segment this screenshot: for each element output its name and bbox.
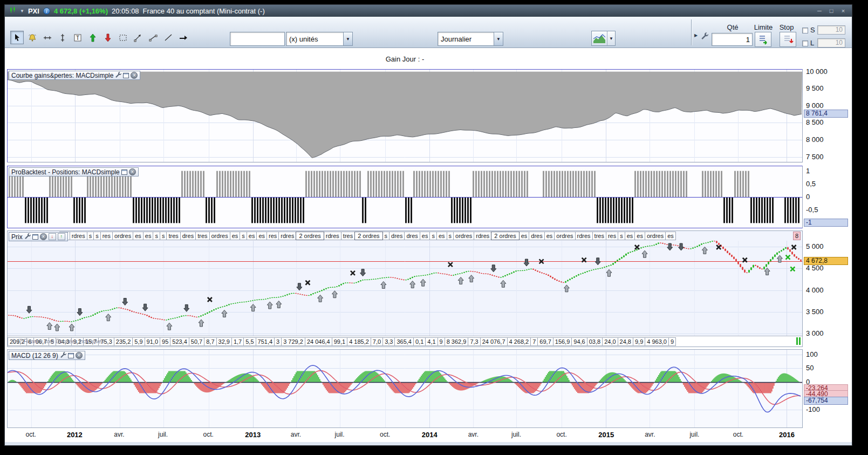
x-axis[interactable]: oct.2012avr.juil.oct.2013avr.juil.oct.20…: [7, 429, 803, 442]
line-tool[interactable]: [161, 31, 175, 44]
unit-dropdown[interactable]: (x) unités ▼: [286, 32, 353, 46]
chart-style-button[interactable]: ▼: [591, 31, 616, 46]
info-icon[interactable]: i: [43, 8, 50, 15]
stop-s-checkbox[interactable]: [802, 28, 808, 33]
instrument-dropdown-icon[interactable]: ▼: [20, 9, 24, 13]
order-label[interactable]: s: [93, 232, 101, 240]
close-panel-icon[interactable]: ×: [131, 72, 138, 79]
order-label[interactable]: es: [143, 232, 154, 240]
order-label[interactable]: s: [160, 232, 167, 240]
order-label[interactable]: es: [544, 232, 555, 240]
order-label[interactable]: rdres: [70, 232, 87, 240]
order-label[interactable]: s: [382, 232, 390, 240]
chevron-down-icon[interactable]: ▼: [607, 31, 615, 45]
close-panel-icon[interactable]: ×: [129, 168, 136, 175]
collapse-panel-icon[interactable]: ▶: [694, 33, 698, 38]
buy-arrow-tool[interactable]: [86, 31, 99, 44]
text-tool[interactable]: T: [71, 31, 84, 44]
macd-chart-canvas[interactable]: [8, 350, 802, 427]
zone-select-tool[interactable]: [116, 31, 129, 44]
order-label[interactable]: ordres: [112, 232, 133, 240]
sell-arrow-tool[interactable]: [101, 31, 114, 44]
y-axis-tick: 8 500: [806, 118, 824, 126]
order-label[interactable]: 8: [793, 232, 801, 240]
maximize-panel-icon[interactable]: [123, 73, 129, 78]
stop-l-checkbox[interactable]: [802, 40, 808, 46]
close-button[interactable]: ×: [839, 8, 848, 14]
wrench-icon[interactable]: [60, 351, 66, 359]
order-label[interactable]: tres: [195, 232, 209, 240]
order-label[interactable]: dres: [529, 232, 544, 240]
wrench-icon[interactable]: [24, 233, 31, 241]
order-label[interactable]: 2 ordres: [491, 232, 519, 240]
maximize-panel-icon[interactable]: [32, 234, 38, 240]
order-label[interactable]: es: [625, 232, 635, 240]
minimize-button[interactable]: ─: [815, 8, 824, 14]
order-label[interactable]: s: [429, 232, 437, 240]
order-settings-wrench-icon[interactable]: [701, 32, 708, 42]
order-label[interactable]: 2 ordres: [296, 232, 324, 240]
buy-shortcut-icon[interactable]: ↑: [58, 233, 65, 240]
order-label[interactable]: tres: [592, 232, 606, 240]
close-panel-icon[interactable]: ×: [40, 233, 47, 240]
order-label[interactable]: tres: [166, 232, 180, 240]
order-label[interactable]: s: [447, 232, 454, 240]
l-value-field[interactable]: 10: [817, 38, 845, 47]
order-label[interactable]: rdres: [324, 232, 341, 240]
maximize-panel-icon[interactable]: [121, 169, 127, 175]
order-label[interactable]: dres: [389, 232, 405, 240]
chevron-down-icon[interactable]: ▼: [494, 32, 503, 45]
order-label[interactable]: es: [519, 232, 530, 240]
order-label[interactable]: res: [266, 232, 279, 240]
x-axis-label: oct.: [203, 431, 214, 438]
order-label[interactable]: s: [87, 232, 94, 240]
cursor-tool[interactable]: [10, 31, 24, 44]
alarm-tool[interactable]: [25, 31, 39, 44]
price-chart-canvas[interactable]: [8, 241, 802, 336]
order-label[interactable]: es: [436, 232, 447, 240]
horizontal-alert-tool[interactable]: [40, 31, 54, 44]
sell-shortcut-icon[interactable]: ↓: [49, 233, 56, 240]
segment-tool[interactable]: [146, 31, 160, 44]
order-label[interactable]: ordres: [209, 232, 230, 240]
order-label[interactable]: s: [153, 232, 160, 240]
order-label[interactable]: ordres: [645, 232, 666, 240]
order-label[interactable]: es: [230, 232, 241, 240]
maximize-panel-icon[interactable]: [68, 353, 74, 358]
order-label[interactable]: s: [618, 232, 625, 240]
limit-order-button[interactable]: [755, 32, 771, 47]
s-value-field[interactable]: 10: [817, 25, 845, 35]
order-label[interactable]: dres: [180, 232, 196, 240]
order-label[interactable]: es: [665, 232, 676, 240]
order-label[interactable]: dres: [404, 232, 420, 240]
wrench-icon[interactable]: [115, 71, 121, 79]
y-axis-tick: 1: [806, 167, 810, 175]
order-label[interactable]: es: [247, 232, 257, 240]
chevron-down-icon[interactable]: ▼: [343, 32, 352, 45]
stop-order-button[interactable]: [780, 32, 796, 47]
order-price-label: 3: [274, 337, 282, 346]
order-label[interactable]: ordres: [453, 232, 474, 240]
order-label[interactable]: es: [420, 232, 430, 240]
trend-arrow-tool[interactable]: [131, 31, 145, 44]
order-label[interactable]: es: [133, 232, 143, 240]
order-label[interactable]: ordres: [554, 232, 575, 240]
order-qty-input[interactable]: [712, 33, 752, 45]
order-label[interactable]: tres: [341, 232, 355, 240]
order-label[interactable]: s: [240, 232, 247, 240]
order-label[interactable]: 2 ordres: [354, 232, 382, 240]
order-label[interactable]: res: [606, 232, 618, 240]
price-panel-title: Prix: [11, 233, 23, 241]
forward-arrow-tool[interactable]: [176, 31, 190, 44]
order-label[interactable]: rdres: [575, 232, 593, 240]
order-label[interactable]: res: [100, 232, 113, 240]
order-label[interactable]: rdres: [278, 232, 296, 240]
order-label[interactable]: es: [256, 232, 267, 240]
restore-button[interactable]: □: [827, 8, 836, 14]
order-label[interactable]: es: [634, 232, 645, 240]
timeframe-dropdown[interactable]: Journalier ▼: [438, 32, 503, 46]
order-label[interactable]: rdres: [474, 232, 491, 240]
vertical-line-tool[interactable]: [56, 31, 69, 44]
close-panel-icon[interactable]: ×: [76, 352, 83, 359]
equity-chart-canvas[interactable]: [8, 70, 802, 162]
